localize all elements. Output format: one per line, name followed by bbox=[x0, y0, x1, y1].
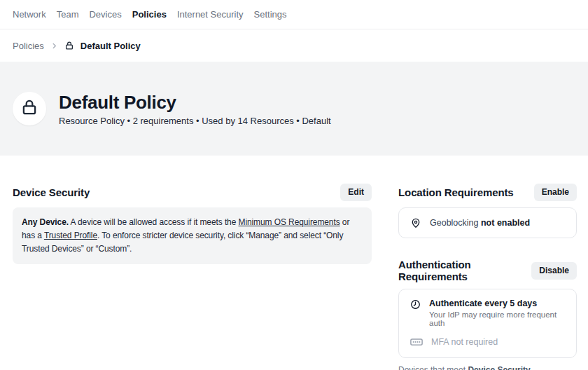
nav-item-team[interactable]: Team bbox=[57, 9, 79, 20]
nav-item-network[interactable]: Network bbox=[13, 9, 46, 20]
nav-item-settings[interactable]: Settings bbox=[254, 9, 287, 20]
authentication-requirements-title: Authentication Requirements bbox=[398, 259, 531, 282]
auth-frequency-subtext: Your IdP may require more frequent auth bbox=[429, 310, 565, 327]
authentication-card: Authenticate every 5 days Your IdP may r… bbox=[398, 289, 577, 358]
lock-icon bbox=[20, 98, 38, 119]
breadcrumb-current: Default Policy bbox=[80, 41, 141, 51]
mfa-row: MFA not required bbox=[410, 337, 565, 347]
main-content: Device Security Edit Any Device. A devic… bbox=[0, 156, 588, 370]
breadcrumb: Policies Default Policy bbox=[0, 29, 588, 62]
map-pin-icon bbox=[410, 217, 421, 228]
disable-button[interactable]: Disable bbox=[531, 262, 577, 280]
device-security-title: Device Security bbox=[13, 186, 90, 198]
info-text-1: A device will be allowed access if it me… bbox=[69, 217, 239, 227]
device-security-mode: Any Device. bbox=[22, 217, 69, 227]
device-security-link[interactable]: Device Security bbox=[468, 365, 530, 370]
device-security-info-box: Any Device. A device will be allowed acc… bbox=[13, 207, 372, 264]
authentication-footnote: Devices that meet Device Security requir… bbox=[398, 364, 577, 370]
top-nav: Network Team Devices Policies Internet S… bbox=[0, 0, 588, 29]
device-security-section: Device Security Edit Any Device. A devic… bbox=[13, 184, 372, 370]
auth-frequency-text: Authenticate every 5 days bbox=[429, 299, 565, 308]
location-requirements-title: Location Requirements bbox=[398, 186, 514, 198]
chevron-right-icon bbox=[50, 42, 58, 50]
policy-avatar bbox=[13, 92, 46, 125]
edit-button[interactable]: Edit bbox=[340, 184, 372, 201]
policy-header: Default Policy Resource Policy • 2 requi… bbox=[0, 62, 588, 156]
mfa-status: MFA not required bbox=[431, 337, 498, 347]
lock-icon bbox=[64, 41, 74, 50]
nav-item-internet-security[interactable]: Internet Security bbox=[177, 9, 244, 20]
geoblocking-status: Geoblocking not enabled bbox=[430, 218, 530, 228]
mfa-passcode-icon bbox=[410, 338, 423, 346]
geoblocking-card: Geoblocking not enabled bbox=[398, 207, 577, 238]
authentication-requirements-section: Authentication Requirements Disable Auth… bbox=[398, 259, 577, 370]
page-subtitle: Resource Policy • 2 requirements • Used … bbox=[59, 116, 331, 126]
breadcrumb-policies-link[interactable]: Policies bbox=[13, 41, 44, 51]
nav-item-policies[interactable]: Policies bbox=[132, 9, 167, 20]
trusted-profile-link[interactable]: Trusted Profile bbox=[44, 231, 97, 240]
minimum-os-requirements-link[interactable]: Minimum OS Requirements bbox=[239, 217, 340, 227]
enable-button[interactable]: Enable bbox=[534, 184, 577, 201]
clock-icon bbox=[410, 299, 421, 327]
auth-frequency-row: Authenticate every 5 days Your IdP may r… bbox=[410, 299, 565, 327]
nav-item-devices[interactable]: Devices bbox=[89, 9, 121, 20]
page-title: Default Policy bbox=[59, 91, 331, 114]
location-requirements-section: Location Requirements Enable Geoblocking… bbox=[398, 184, 577, 238]
